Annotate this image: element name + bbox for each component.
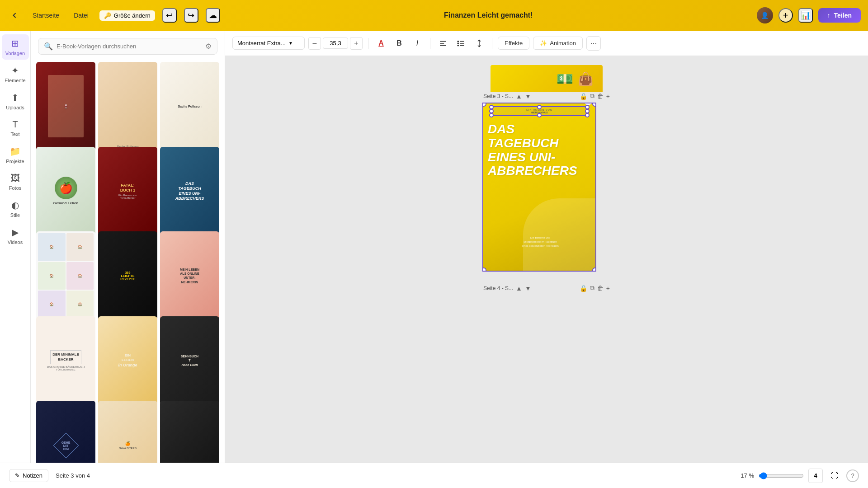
resize-handle-mr[interactable] <box>585 109 590 113</box>
page-4-add-button[interactable]: + <box>606 284 610 292</box>
svg-point-8 <box>458 45 458 46</box>
main-title-text[interactable]: DASTAGEBUCHEINES UNI-ABBRECHERS <box>488 122 592 178</box>
selected-text-element[interactable]: EIN ROMAN VON HIERONYMUS ↻ <box>491 106 588 116</box>
animation-icon: ✨ <box>540 40 547 47</box>
page-3-lock-button[interactable]: 🔒 <box>580 92 587 100</box>
separator-1 <box>368 38 368 49</box>
zoom-value: 17 % <box>741 472 754 479</box>
styles-icon: ◐ <box>11 200 19 211</box>
page-4-copy-button[interactable]: ⧉ <box>590 284 594 292</box>
share-label: Teilen <box>834 12 852 19</box>
fullscreen-button[interactable]: ⛶ <box>827 469 842 483</box>
font-selector[interactable]: Montserrat Extra... ▼ <box>232 37 305 50</box>
size-emoji: 🔑 <box>104 12 111 19</box>
list-item[interactable]: Sachs Pofisson <box>160 62 219 151</box>
analytics-button[interactable]: 📊 <box>798 8 813 23</box>
redo-button[interactable]: ↪ <box>184 8 198 23</box>
header-right: 👤 + 📊 ↑ Teilen <box>757 7 861 23</box>
page-4-chevron-down[interactable]: ▼ <box>525 285 531 292</box>
italic-button[interactable]: I <box>410 36 425 51</box>
align-button[interactable] <box>436 36 450 51</box>
book-cover-canvas[interactable]: EIN ROMAN VON HIERONYMUS ↻ DASTAGEBUCHEI… <box>483 103 595 271</box>
notes-icon: ✎ <box>15 472 20 479</box>
font-size-control: – + <box>308 37 363 50</box>
grid-view-button[interactable]: 4 <box>808 469 823 483</box>
sidebar-item-text[interactable]: T Text <box>2 116 29 141</box>
upload-icon: ⬆ <box>11 92 19 103</box>
list-item[interactable]: Sachs Pofisson <box>98 62 157 151</box>
sidebar-item-uploads[interactable]: ⬆ Uploads <box>2 89 29 114</box>
more-options-button[interactable]: ··· <box>586 36 601 51</box>
home-link[interactable]: Startseite <box>29 10 63 21</box>
page-4-container: Seite 4 - S... ▲ ▼ 🔒 ⧉ 🗑 + <box>483 284 610 296</box>
zoom-slider[interactable] <box>759 472 804 479</box>
animation-button[interactable]: ✨ Animation <box>533 37 583 50</box>
help-button[interactable]: ? <box>846 469 859 482</box>
canvas-resize-tl[interactable] <box>483 103 486 107</box>
effekte-button[interactable]: Effekte <box>498 37 529 50</box>
undo-button[interactable]: ↩ <box>162 8 177 23</box>
font-size-input[interactable] <box>323 38 348 49</box>
share-button[interactable]: ↑ Teilen <box>818 8 861 23</box>
page-indicator: Seite 3 von 4 <box>56 472 90 479</box>
bold-button[interactable]: B <box>392 36 406 51</box>
resize-handle-tc[interactable] <box>537 105 542 109</box>
sidebar-item-projekte[interactable]: 📁 Projekte <box>2 142 29 168</box>
sidebar-item-videos[interactable]: ▶ Videos <box>2 223 29 249</box>
page-3-copy-button[interactable]: ⧉ <box>590 92 594 100</box>
list-item[interactable]: EINLEBENin Orange <box>98 316 157 405</box>
list-item[interactable]: FATAL:BUCH 1 Ein Roman vonTonja Berger <box>98 147 157 236</box>
sidebar-item-stile[interactable]: ◐ Stile <box>2 196 29 221</box>
page-4-delete-button[interactable]: 🗑 <box>597 284 604 292</box>
add-user-button[interactable]: + <box>778 8 793 23</box>
page-4-label-left: Seite 4 - S... ▲ ▼ <box>483 285 531 292</box>
list-button[interactable] <box>454 36 468 51</box>
list-item[interactable]: 🏠 🏠 🏠 🏠 🏠 🏠 <box>36 231 95 320</box>
page-3-add-button[interactable]: + <box>606 92 610 100</box>
resize-button[interactable]: 🔑 Größe ändern <box>99 10 155 21</box>
page-3-delete-button[interactable]: 🗑 <box>597 92 604 100</box>
canvas-resize-br[interactable] <box>592 267 595 271</box>
list-item[interactable]: DER MINIMALEBÄCKER DAS GROSSE BÄCKERBUCH… <box>36 316 95 405</box>
page-4-lock-button[interactable]: 🔒 <box>580 284 587 292</box>
page-3-label: Seite 3 - S... <box>483 93 513 99</box>
back-button[interactable] <box>7 8 22 23</box>
resize-handle-br[interactable] <box>585 113 590 117</box>
bottom-bar: ✎ Notizen Seite 3 von 4 17 % 4 ⛶ ? <box>0 463 868 488</box>
rotate-handle[interactable]: ↻ <box>584 103 593 105</box>
separator-2 <box>430 38 430 49</box>
spacing-button[interactable] <box>472 36 486 51</box>
resize-handle-bc[interactable] <box>537 113 542 117</box>
notes-button[interactable]: ✎ Notizen <box>9 469 48 482</box>
filter-button[interactable]: ⚙ <box>205 42 212 51</box>
page-3-chevron-up[interactable]: ▲ <box>516 93 522 100</box>
list-item[interactable]: 🍎 Gesund Leben <box>36 147 95 236</box>
canvas-resize-tr[interactable] <box>592 103 595 107</box>
avatar[interactable]: 👤 <box>757 7 773 23</box>
sidebar-item-vorlagen[interactable]: ⊞ Vorlagen <box>2 34 29 60</box>
list-item[interactable]: 365LEICHTEREZEPTE <box>98 231 157 320</box>
font-size-increase-button[interactable]: + <box>350 37 363 50</box>
grid-icon: ⊞ <box>11 38 19 49</box>
page-4-chevron-up[interactable]: ▲ <box>516 285 522 292</box>
resize-handle-bl[interactable] <box>489 113 494 117</box>
elements-icon: ✦ <box>11 65 19 76</box>
list-item[interactable]: DASTAGEBUCHEINES UNI-ABBRECHERS <box>160 147 219 236</box>
projects-icon: 📁 <box>9 146 21 157</box>
list-item[interactable]: SEHNSUCHTNach Euch <box>160 316 219 405</box>
page-3-chevron-down[interactable]: ▼ <box>525 93 531 100</box>
file-menu[interactable]: Datei <box>70 10 92 21</box>
resize-handle-ml[interactable] <box>489 109 494 113</box>
sidebar-item-fotos[interactable]: 🖼 Fotos <box>2 169 29 194</box>
list-item[interactable]: MEIN LEBENALS ONLINEUNTER-NEHMERIN <box>160 231 219 320</box>
separator-3 <box>492 38 492 49</box>
list-item[interactable]: 🍷 <box>36 62 95 151</box>
sidebar-label-videos: Videos <box>8 239 23 245</box>
text-color-button[interactable]: A <box>374 36 388 51</box>
cloud-save-button[interactable]: ☁ <box>206 8 220 23</box>
search-input[interactable] <box>57 43 202 50</box>
sidebar-item-elemente[interactable]: ✦ Elemente <box>2 61 29 87</box>
canvas-resize-bl[interactable] <box>483 267 486 271</box>
font-size-decrease-button[interactable]: – <box>308 37 321 50</box>
videos-icon: ▶ <box>12 227 19 238</box>
